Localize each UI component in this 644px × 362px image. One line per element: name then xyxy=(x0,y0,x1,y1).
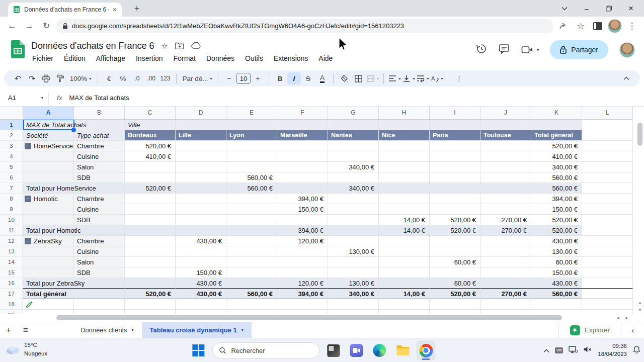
cell-B19[interactable] xyxy=(74,310,125,314)
cell-J7[interactable] xyxy=(480,183,531,194)
column-header-J[interactable]: J xyxy=(480,107,531,119)
row-header-11[interactable]: 11 xyxy=(0,225,23,236)
bookmark-star-icon[interactable]: ☆ xyxy=(574,19,588,33)
cell-I6[interactable] xyxy=(430,172,480,183)
cell-G9[interactable] xyxy=(328,204,379,215)
cell-F8[interactable]: 394,00 € xyxy=(277,194,328,204)
text-wrap-icon[interactable]: ▾ xyxy=(416,72,430,84)
cell-D15[interactable]: 150,00 € xyxy=(176,267,226,278)
cell-L15[interactable] xyxy=(582,267,633,278)
meet-camera-icon[interactable]: ▾ xyxy=(521,45,539,55)
row-header-8[interactable]: 8 xyxy=(0,194,23,204)
cell-A14[interactable] xyxy=(23,257,74,267)
cell-K16[interactable]: 430,00 € xyxy=(531,278,582,289)
browser-menu-icon[interactable]: ⋮ xyxy=(625,19,639,33)
window-restore-button[interactable] xyxy=(598,0,620,17)
cell-I14[interactable]: 60,00 € xyxy=(430,257,480,267)
cell-L17[interactable] xyxy=(582,289,633,299)
cell-K13[interactable]: 130,00 € xyxy=(531,246,582,257)
vertical-align-icon[interactable]: ▾ xyxy=(402,72,416,84)
cell-A7[interactable]: Total pour HomeService xyxy=(23,183,125,194)
share-button[interactable]: Partager xyxy=(550,40,608,59)
cell-K7[interactable]: 560,00 € xyxy=(531,183,582,194)
cell-J10[interactable]: 270,00 € xyxy=(480,215,531,225)
window-close-button[interactable]: × xyxy=(620,0,642,17)
cell-D2[interactable]: Lille xyxy=(176,130,226,141)
cell-J16[interactable] xyxy=(480,278,531,289)
collapse-button[interactable]: − xyxy=(25,143,31,149)
browser-profile-avatar[interactable] xyxy=(608,19,622,33)
all-sheets-icon[interactable]: ≡ xyxy=(17,325,34,335)
cell-I18[interactable] xyxy=(430,299,480,310)
cell-D12[interactable]: 430,00 € xyxy=(176,236,226,246)
address-bar[interactable]: docs.google.com/spreadsheets/d/12I1wMebZ… xyxy=(56,19,553,33)
cell-L18[interactable] xyxy=(582,299,633,310)
collapse-button[interactable]: − xyxy=(25,196,31,202)
cell-I4[interactable] xyxy=(430,151,480,162)
back-icon[interactable]: ← xyxy=(5,19,19,33)
cell-A13[interactable] xyxy=(23,246,74,257)
cell-I3[interactable] xyxy=(430,141,480,151)
undo-icon[interactable]: ↶ xyxy=(11,72,25,84)
toolbar-more-icon[interactable]: ⋮ xyxy=(452,72,466,84)
decrease-font-size-button[interactable]: − xyxy=(222,72,236,84)
format-currency-button[interactable]: € xyxy=(102,72,116,84)
cell-J19[interactable] xyxy=(480,310,531,314)
cell-B9[interactable]: Cuisine xyxy=(74,204,125,215)
cell-J8[interactable] xyxy=(480,194,531,204)
cell-E5[interactable] xyxy=(226,162,277,172)
cell-F15[interactable] xyxy=(277,267,328,278)
notifications-bell-icon[interactable]: z xyxy=(632,345,641,356)
cell-I2[interactable]: Paris xyxy=(430,130,480,141)
cell-C14[interactable] xyxy=(125,257,176,267)
cell-K6[interactable]: 560,00 € xyxy=(531,172,582,183)
sheet-tab-dropdown-icon[interactable]: ▾ xyxy=(242,328,244,332)
cell-E7[interactable]: 560,00 € xyxy=(226,183,277,194)
cell-D9[interactable] xyxy=(176,204,226,215)
print-icon[interactable] xyxy=(39,72,53,84)
row-header-17[interactable]: 17 xyxy=(0,289,23,299)
cell-J11[interactable]: 270,00 € xyxy=(480,225,531,236)
cell-J17[interactable]: 270,00 € xyxy=(480,289,531,299)
row-header-14[interactable]: 14 xyxy=(0,257,23,267)
cell-J2[interactable]: Toulouse xyxy=(480,130,531,141)
chrome-browser-icon[interactable] xyxy=(416,340,435,360)
move-folder-icon[interactable] xyxy=(175,42,184,51)
cell-D5[interactable] xyxy=(176,162,226,172)
cell-F19[interactable] xyxy=(277,310,328,314)
volume-muted-icon[interactable] xyxy=(583,346,592,355)
cell-D7[interactable] xyxy=(176,183,226,194)
column-header-E[interactable]: E xyxy=(226,107,277,119)
cell-G16[interactable]: 130,00 € xyxy=(328,278,379,289)
cell-F14[interactable] xyxy=(277,257,328,267)
cell-C18[interactable] xyxy=(125,299,176,310)
cell-F2[interactable]: Marseille xyxy=(277,130,328,141)
cell-A19[interactable] xyxy=(23,310,74,314)
bold-button[interactable]: B xyxy=(273,72,287,84)
cell-K3[interactable]: 520,00 € xyxy=(531,141,582,151)
cell-J18[interactable] xyxy=(480,299,531,310)
cell-C9[interactable] xyxy=(125,204,176,215)
cell-B8[interactable]: Chambre xyxy=(74,194,125,204)
meet-dropdown-icon[interactable]: ▾ xyxy=(537,48,539,52)
cell-H9[interactable] xyxy=(379,204,430,215)
cell-A17[interactable]: Total général xyxy=(23,289,125,299)
file-explorer-icon[interactable] xyxy=(393,340,412,360)
cell-C19[interactable] xyxy=(125,310,176,314)
cell-D13[interactable] xyxy=(176,246,226,257)
menu-edition[interactable]: Édition xyxy=(64,54,86,62)
cell-H18[interactable] xyxy=(379,299,430,310)
cell-J1[interactable] xyxy=(480,120,531,130)
cell-F9[interactable]: 150,00 € xyxy=(277,204,328,215)
cell-K4[interactable]: 410,00 € xyxy=(531,151,582,162)
cell-E10[interactable] xyxy=(226,215,277,225)
cell-E2[interactable]: Lyon xyxy=(226,130,277,141)
cell-F12[interactable]: 120,00 € xyxy=(277,236,328,246)
column-header-H[interactable]: H xyxy=(379,107,430,119)
account-avatar[interactable] xyxy=(619,42,635,58)
cell-I17[interactable]: 520,00 € xyxy=(430,289,480,299)
explore-button[interactable]: Explorer xyxy=(558,322,621,338)
cell-B13[interactable]: Cuisine xyxy=(74,246,125,257)
cell-K18[interactable] xyxy=(531,299,582,310)
cell-I16[interactable]: 60,00 € xyxy=(430,278,480,289)
